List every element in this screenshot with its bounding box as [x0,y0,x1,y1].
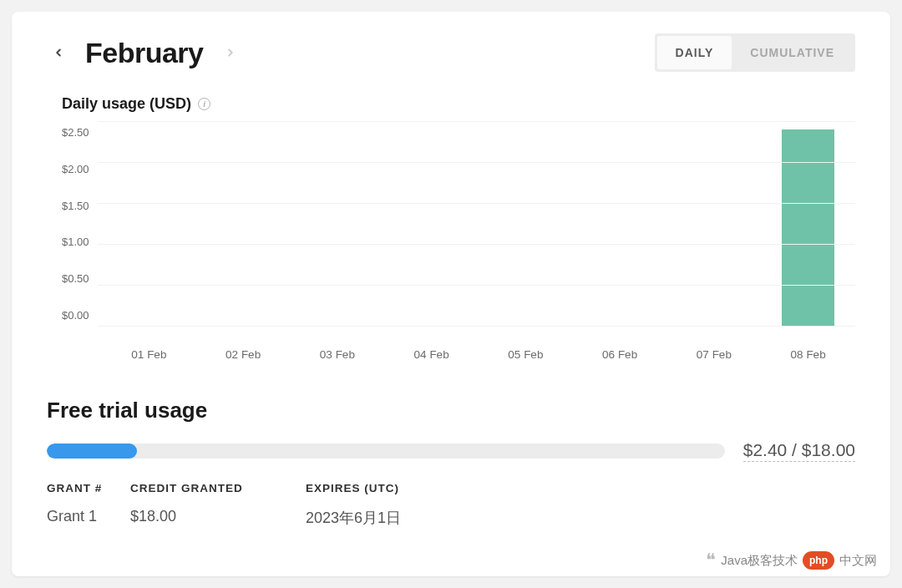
gridline [98,162,855,163]
progress-row: $2.40 / $18.00 [47,440,855,462]
bar-slot [761,121,855,326]
month-title: February [85,37,204,69]
y-tick: $2.00 [62,163,89,175]
y-tick: $0.00 [62,309,89,322]
watermark-suffix: 中文网 [839,553,877,569]
month-navigator: February [47,37,242,69]
watermark: ❝ Java极客技术 php 中文网 [706,550,877,571]
y-axis: $2.50$2.00$1.50$1.00$0.50$0.00 [62,121,98,322]
bar-slot [571,121,666,326]
gridline [98,285,855,286]
bar-slot [666,121,760,326]
watermark-logo: php [803,551,834,570]
plot-area [98,121,855,327]
bar[interactable] [782,129,835,326]
view-toggle: DAILY CUMULATIVE [655,33,855,72]
next-month-button[interactable] [219,41,242,64]
prev-month-button[interactable] [47,41,70,64]
x-tick: 07 Feb [667,348,762,361]
td-expires: 2023年6月1日 [306,494,523,528]
bar-slot [192,121,286,326]
gridline [98,244,855,245]
toggle-cumulative[interactable]: CUMULATIVE [732,36,853,69]
wechat-icon: ❝ [706,550,716,571]
gridline [98,121,855,122]
progress-fill [47,444,137,459]
bars-container [98,121,855,326]
chart: $2.50$2.00$1.50$1.00$0.50$0.00 [62,121,855,338]
x-axis: 01 Feb02 Feb03 Feb04 Feb05 Feb06 Feb07 F… [102,348,855,361]
x-tick: 03 Feb [291,348,385,361]
y-tick: $0.50 [62,272,89,285]
bar-slot [476,121,570,326]
x-tick: 06 Feb [573,348,667,361]
toggle-daily[interactable]: DAILY [657,36,732,69]
progress-bar [47,444,725,459]
y-tick: $1.50 [62,200,89,212]
header-row: February DAILY CUMULATIVE [47,33,855,72]
x-tick: 05 Feb [479,348,573,361]
watermark-prefix: Java极客技术 [721,553,798,569]
table-row: Grant 1 $18.00 2023年6月1日 [47,494,855,528]
td-credit: $18.00 [130,494,306,528]
chevron-left-icon [53,47,64,58]
y-tick: $1.00 [62,236,89,248]
bar-slot [382,121,476,326]
bar-slot [98,121,192,326]
grants-table: GRANT # CREDIT GRANTED EXPIRES (UTC) Gra… [47,482,855,528]
y-tick: $2.50 [62,126,89,139]
progress-label: $2.40 / $18.00 [743,440,855,462]
table-header: GRANT # CREDIT GRANTED EXPIRES (UTC) [47,482,855,494]
th-expires: EXPIRES (UTC) [306,482,523,494]
x-tick: 08 Feb [761,348,855,361]
chevron-right-icon [225,47,236,58]
th-grant: GRANT # [47,482,130,494]
th-credit: CREDIT GRANTED [130,482,306,494]
gridline [98,203,855,204]
info-icon[interactable]: i [198,98,210,110]
bar-slot [286,121,381,326]
usage-card: February DAILY CUMULATIVE Daily usage (U… [12,12,890,576]
chart-title: Daily usage (USD) [62,95,191,113]
td-grant: Grant 1 [47,494,130,528]
free-trial-title: Free trial usage [47,398,855,423]
x-tick: 01 Feb [102,348,196,361]
x-tick: 04 Feb [384,348,479,361]
gridline [98,326,855,327]
chart-title-row: Daily usage (USD) i [62,95,855,113]
x-tick: 02 Feb [196,348,291,361]
